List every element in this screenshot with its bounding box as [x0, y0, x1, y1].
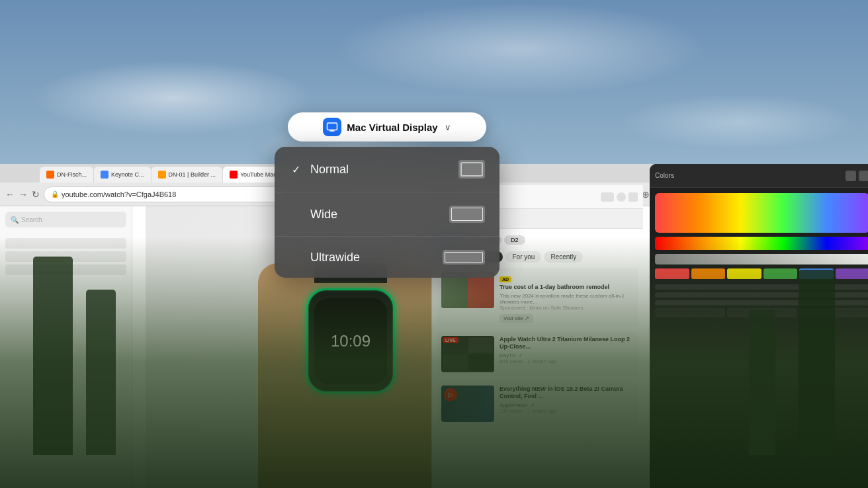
color-gradient-main [655, 193, 868, 233]
mac-virtual-display-dropdown: Mac Virtual Display ∨ ✓ Normal Wide [275, 112, 499, 278]
tab-favicon-3 [158, 171, 166, 179]
right-panel-btn-2[interactable] [859, 171, 868, 181]
yt-toolbar-icon-3[interactable] [629, 192, 638, 202]
svg-rect-0 [327, 123, 337, 130]
dropdown-item-ultrawide[interactable]: Ultrawide [275, 237, 499, 278]
right-panel-title: Colors [655, 172, 674, 179]
dropdown-title-text: Mac Virtual Display [347, 122, 437, 133]
dropdown-item-wide-left: Wide [289, 208, 337, 222]
forward-button[interactable]: → [19, 189, 28, 200]
tab-favicon-2 [101, 171, 108, 179]
right-panel-toolbar: Colors [650, 164, 868, 188]
normal-checkmark: ✓ [289, 163, 302, 176]
url-text: youtube.com/watch?v=CfgaJ4B618 [62, 190, 176, 198]
back-button[interactable]: ← [5, 189, 15, 200]
wide-icon-screen [451, 208, 483, 221]
dropdown-trigger-pill[interactable]: Mac Virtual Display ∨ [288, 112, 486, 142]
normal-label: Normal [310, 163, 349, 177]
ultrawide-icon-screen [445, 252, 483, 263]
normal-display-icon [458, 160, 485, 179]
search-placeholder: Search [21, 216, 42, 224]
tab-3[interactable]: DN-01 | Builder ... [152, 167, 222, 183]
mac-display-icon [323, 118, 341, 136]
tab-favicon-1 [46, 171, 54, 179]
yt-toolbar-icon-2[interactable] [617, 192, 626, 202]
ultrawide-label: Ultrawide [310, 251, 360, 264]
dropdown-item-normal-left: ✓ Normal [289, 163, 349, 177]
wide-display-icon [449, 206, 485, 223]
ultrawide-display-icon [443, 250, 485, 264]
reload-button[interactable]: ↻ [32, 189, 40, 200]
right-panel-btn-1[interactable] [846, 171, 856, 181]
tab-2[interactable]: Keynote C... [94, 167, 151, 183]
dropdown-item-wide[interactable]: Wide [275, 192, 499, 237]
sidebar-search-bar[interactable]: 🔍 Search [5, 212, 126, 227]
wide-label: Wide [310, 208, 337, 222]
yt-toolbar-icon-1[interactable] [601, 192, 614, 202]
display-size-menu: ✓ Normal Wide Ultrawide [275, 147, 499, 278]
dropdown-item-normal[interactable]: ✓ Normal [275, 147, 499, 192]
tab-1[interactable]: DN-Fisch... [40, 167, 93, 183]
normal-icon-screen [461, 163, 482, 176]
dropdown-chevron-icon: ∨ [445, 122, 451, 132]
monitor-svg-icon [326, 121, 338, 133]
tab-favicon-4 [230, 171, 238, 179]
dropdown-item-ultrawide-left: Ultrawide [289, 251, 360, 264]
